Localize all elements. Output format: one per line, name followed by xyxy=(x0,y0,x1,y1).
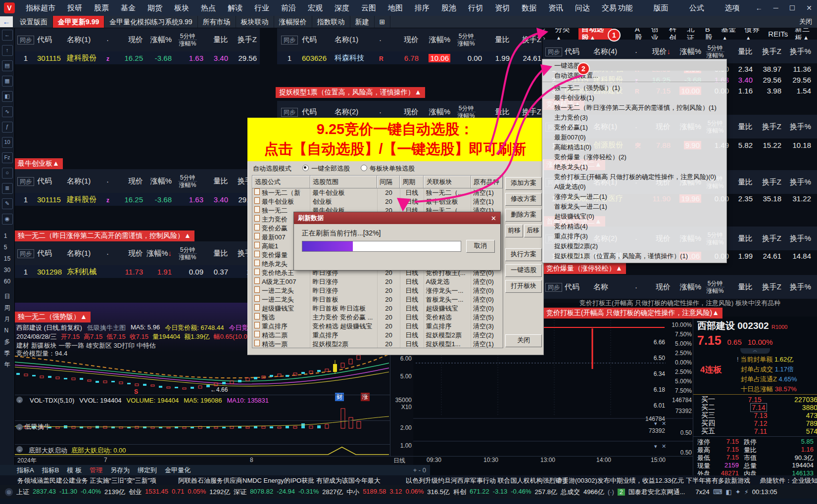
plan-row[interactable]: 重点排序 竞价精选 超级赚钱宝 20 日线 重点排序 清空(3) xyxy=(252,322,503,331)
dropdown-item[interactable]: 独一无二（强势版）(1) xyxy=(542,82,726,93)
keyboard-icon[interactable]: ⌨ xyxy=(713,488,722,496)
period-button[interactable]: 60 xyxy=(4,278,10,285)
rail-tool-icon[interactable]: 10 xyxy=(2,137,13,148)
dropdown-item[interactable]: 捉妖模型2票(2) xyxy=(542,241,726,251)
col-name[interactable]: 名称(1) xyxy=(67,35,106,45)
indicator-tab[interactable]: 指标B xyxy=(42,466,59,475)
menu-item[interactable]: 热点 xyxy=(195,3,222,13)
dropdown-item[interactable]: 重点排序(3) xyxy=(542,231,726,241)
menu-item[interactable]: 云图 xyxy=(355,3,382,13)
index-quote[interactable]: 创业 1531.45 0.71 0.05% 1292亿 xyxy=(129,488,230,497)
sync-toggle[interactable]: 同步 xyxy=(281,36,298,45)
rail-tool-icon[interactable]: ◧ xyxy=(2,91,13,102)
expand-icon[interactable]: ◎ xyxy=(5,488,13,496)
menu-item[interactable]: 资切 xyxy=(489,3,516,13)
bid-row[interactable]: 买五 7.11 574 xyxy=(701,427,817,435)
cycle-button[interactable]: 月 xyxy=(4,316,10,322)
menu-item-function[interactable]: 功能 xyxy=(612,3,639,13)
zoom-controls[interactable]: + - 0 xyxy=(413,466,426,474)
rail-tool-icon[interactable]: ▦ xyxy=(2,76,13,87)
indicator-tab[interactable]: 指标A xyxy=(17,466,34,475)
bid-row[interactable]: 买二 7.14 3880 xyxy=(701,404,817,412)
collapse-icon[interactable]: ⌄ xyxy=(16,424,23,430)
cycle-button[interactable]: 日 xyxy=(4,293,10,300)
table-row[interactable]: 1 301115 建科股份 z 16.25 -3.68 1.63 3.40 29… xyxy=(14,51,260,64)
dropdown-item[interactable]: 竞价打板王(开幅高 只做打板的确定性操作，注意风险)(0) xyxy=(542,172,726,182)
plan-row[interactable]: 一进二龙头 昨日涨停 20 日线 涨停龙头一... 清空(0) xyxy=(252,286,503,295)
index-quote[interactable]: 中小 5189.58 3.12 0.06% 316.5亿 xyxy=(346,488,450,497)
toolbar-item[interactable]: 板块联动 xyxy=(236,16,274,28)
broker-link[interactable]: 国泰君安北京网通... xyxy=(628,488,685,497)
menu-item[interactable]: 行切 xyxy=(462,3,489,13)
plan-row[interactable]: 最牛创业板 创业板 20 日线 最牛创业板 清空(1) xyxy=(252,197,503,206)
section-tag-chuangyeban[interactable]: 最牛创业板▲ xyxy=(14,158,63,169)
dropdown-item[interactable]: 主力竞价(3) xyxy=(542,113,726,123)
dropdown-item[interactable]: 高能精选1(0) xyxy=(542,142,726,152)
dropdown-item[interactable]: 一键选股 xyxy=(542,61,726,71)
antenna-icon[interactable]: ✦ xyxy=(735,488,741,496)
bid-row[interactable]: 买三 7.13 473 xyxy=(701,412,817,419)
rail-tool-icon[interactable]: ≣ xyxy=(2,183,13,194)
col-lb[interactable]: 量比 xyxy=(203,35,228,45)
rail-tool-icon[interactable]: ✎ xyxy=(2,198,13,209)
section-tag-jingjiabaoliang[interactable]: 竞价爆量（涨停轻松）▲ xyxy=(543,263,626,274)
toolbar-item[interactable]: 指数联动 xyxy=(312,16,350,28)
dropdown-item[interactable]: 绝杀龙头(1) xyxy=(542,162,726,172)
modify-plan-button[interactable]: 修改方案 xyxy=(505,193,542,206)
dropdown-item[interactable]: 竞价必赢(1) xyxy=(542,123,726,133)
menu-item[interactable]: 地图 xyxy=(382,3,409,13)
one-key-select-button[interactable]: 一键选股 xyxy=(505,264,542,277)
toolbar-item[interactable]: 所有市场 xyxy=(198,16,236,28)
section-tag-jingjiadabanwang[interactable]: 竞价打板王(开幅高 只做打板的确定性操作，注意风险)▲ xyxy=(543,308,722,319)
message-count-badge[interactable]: 2 xyxy=(618,489,625,496)
plan-row[interactable]: 预选 主力竞价 竞价必赢 ... 20 日线 竞价精选 清空(5) xyxy=(252,313,503,322)
menu-item[interactable]: 资讯 xyxy=(542,3,569,13)
news-ticker[interactable]: 务领域涵盖民建公建业务 正实施“三旧”变“三新”项 阿联酋石油服务供应商NMDC… xyxy=(0,475,817,485)
section-tag-qiangshiban[interactable]: 独一无二（强势版）▲ xyxy=(14,312,91,322)
menu-item[interactable]: 期货 xyxy=(142,3,168,13)
add-plan-button[interactable]: 添加方案 xyxy=(505,177,542,190)
plan-row[interactable]: 独一无二（新 最牛创业板 20 日线 独一无二（... 清空(1) xyxy=(252,188,503,197)
plan-row[interactable]: 超级赚钱宝 昨日首板 昨日连板 20 日线 超级赚钱宝 清空(0) xyxy=(252,304,503,313)
col-name[interactable]: 名称(1) xyxy=(335,35,379,45)
plan-row[interactable]: 精选二票 重点排序 20 日线 捉妖模型2票 清空(2) xyxy=(252,331,503,340)
badge-zhang[interactable]: 涨 xyxy=(361,393,370,401)
cancel-button[interactable]: 取消 xyxy=(466,240,495,253)
open-block-button[interactable]: 打开板块 xyxy=(505,280,542,293)
toolbar-item[interactable]: 涨幅报价 xyxy=(274,16,312,28)
menu-item[interactable]: 投研 xyxy=(61,3,88,13)
bid-row[interactable]: 买一 7.15 227036 xyxy=(701,396,817,404)
menu-item[interactable]: 排序 xyxy=(409,3,435,13)
cycle-button[interactable]: N xyxy=(4,327,10,334)
col-interval[interactable]: 间隔 xyxy=(377,176,400,188)
period-button[interactable]: 5 xyxy=(4,244,10,251)
col-code[interactable]: 代码 xyxy=(37,35,67,45)
subpanel-collapse-icon[interactable]: ▾ xyxy=(654,420,657,427)
col-code[interactable]: 代码 xyxy=(302,35,335,45)
cycle-button[interactable]: 年 xyxy=(4,362,10,368)
tab-reits[interactable]: REITs xyxy=(768,30,788,38)
back-arrow-icon[interactable]: ← xyxy=(0,16,13,27)
col-chg[interactable]: 涨幅% xyxy=(143,35,172,45)
dropdown-item[interactable]: 独一无二（昨日涨停第二天高开的需谨慎，控制风险）(1) xyxy=(542,103,726,113)
rail-tool-icon[interactable]: Fz xyxy=(2,152,13,163)
period-button[interactable]: 15 xyxy=(4,256,10,262)
bid-row[interactable]: 买四 7.12 789 xyxy=(701,419,817,427)
toolbar-item[interactable]: 金甲更新9.99 xyxy=(53,16,104,28)
dropdown-item[interactable]: 自动选股设置... xyxy=(542,71,726,81)
dropdown-item[interactable]: 首板龙头一进二(1) xyxy=(542,202,726,212)
toolbar-item[interactable]: 新建 xyxy=(350,16,375,28)
subpanel-close-icon[interactable]: ✕ xyxy=(662,420,666,427)
collapse-icon[interactable]: ⌄ xyxy=(16,397,23,403)
dropdown-item[interactable]: 捉妖模型1票（位置高，风险高，谨慎操作）(1) xyxy=(542,251,726,261)
menu-item-layout[interactable]: 版面 xyxy=(648,3,674,13)
menu-item[interactable]: 指标超市 xyxy=(20,3,61,13)
menu-item[interactable]: 深度 xyxy=(329,3,355,13)
period-button[interactable]: 30 xyxy=(4,267,10,274)
indicator-tab[interactable]: 管理 xyxy=(90,466,102,475)
dropdown-item[interactable]: 涨停龙头一进二(1) xyxy=(542,192,726,202)
section-tag-zhuoyao1[interactable]: 捉妖模型1票（位置高，风险高，谨慎操作）▲ xyxy=(276,87,425,98)
plan-row[interactable]: 一进二龙头 昨日首板 20 日线 首板龙头一... 清空(0) xyxy=(252,295,503,304)
menu-item[interactable]: 股票 xyxy=(88,3,115,13)
cycle-button[interactable]: 多 xyxy=(4,339,10,345)
